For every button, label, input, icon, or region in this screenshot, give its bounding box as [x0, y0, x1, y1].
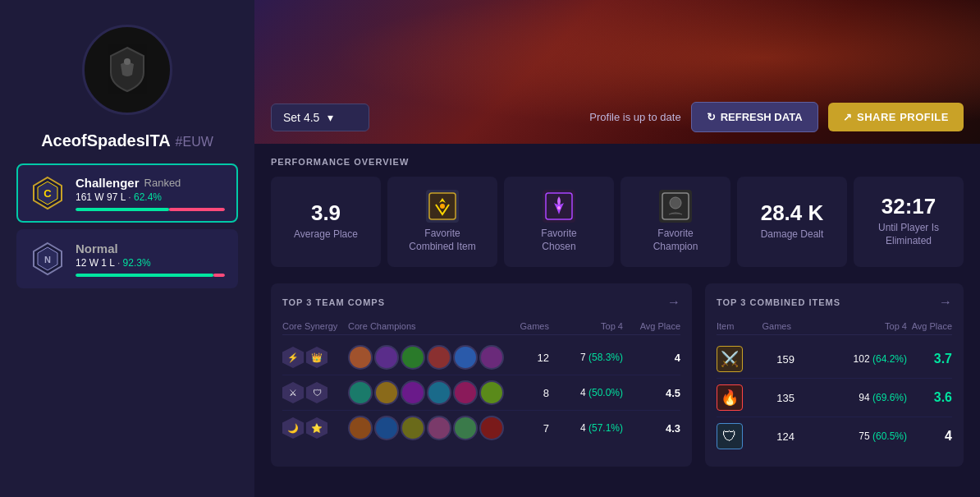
main-content: Set 4.5 ▾ Profile is up to date ↻ REFRES… [254, 0, 980, 497]
item-1-avg: 3.7 [907, 352, 952, 366]
normal-record: 12 W 1 L · 92.3% [76, 257, 225, 269]
challenger-wins: 161 W 97 L [76, 191, 126, 203]
chevron-down-icon: ▾ [327, 111, 333, 124]
fav-chosen-icon [543, 190, 575, 223]
item-icon-2: 🔥 [717, 384, 743, 411]
normal-rank-card[interactable]: N Normal 12 W 1 L · 92.3% [16, 229, 238, 288]
fav-combined-icon [426, 190, 459, 223]
challenger-progress-fill-red [169, 208, 225, 211]
top4-2: 4 (50.0%) [549, 387, 623, 398]
avatar-icon [103, 44, 152, 96]
team-comps-more-icon[interactable]: → [667, 295, 680, 310]
challenger-progress-bar [76, 208, 225, 211]
champ-circle [479, 416, 504, 440]
normal-progress-fill-red [213, 274, 225, 277]
stat-damage-value: 28.4 K [761, 202, 824, 223]
share-icon: ↗ [843, 111, 853, 123]
sidebar: AceofSpadesITA #EUW C Challenger Ranked … [0, 0, 254, 497]
stat-time-label: Until Player IsEliminated [878, 222, 939, 247]
team-comps-section: TOP 3 TEAM COMPS → Core Synergy Core Cha… [271, 283, 692, 467]
refresh-button[interactable]: ↻ REFRESH DATA [691, 102, 818, 132]
champ-circle [348, 380, 373, 405]
champ-circle [401, 416, 425, 440]
normal-wr: 92.3% [123, 257, 151, 269]
table-row: ⚔ 🛡 8 [282, 375, 680, 411]
challenger-rank-name: Challenger [76, 176, 140, 190]
champ-circle [453, 416, 478, 440]
synergy-1: ⚡ 👑 [282, 347, 348, 368]
avatar [82, 25, 172, 115]
games-2: 8 [504, 387, 549, 399]
champ-circle [374, 416, 399, 440]
champ-circle [479, 345, 504, 370]
stat-avg-label: Average Place [294, 228, 358, 242]
bottom-row: TOP 3 TEAM COMPS → Core Synergy Core Cha… [271, 283, 964, 467]
th-item-games: Games [746, 321, 791, 331]
challenger-rank-type: Ranked [144, 177, 181, 189]
champ-circle [479, 380, 504, 405]
svg-point-12 [670, 197, 681, 209]
challenger-rank-card[interactable]: C Challenger Ranked 161 W 97 L · 62.4% [16, 163, 238, 223]
username: AceofSpadesITA [41, 131, 170, 150]
champ-circle [401, 380, 425, 405]
th-top4: Top 4 [549, 321, 623, 331]
hero-banner: Set 4.5 ▾ Profile is up to date ↻ REFRES… [254, 0, 980, 144]
team-comps-table-header: Core Synergy Core Champions Games Top 4 … [282, 318, 680, 335]
item-1-top4: 102 (64.2%) [795, 353, 907, 365]
stat-avg-value: 3.9 [311, 202, 341, 223]
username-line: AceofSpadesITA #EUW [41, 131, 213, 150]
th-core-champs: Core Champions [348, 321, 504, 331]
normal-rank-name: Normal [76, 242, 118, 255]
share-button[interactable]: ↗ SHARE PROFILE [828, 103, 964, 131]
stat-fav-combined: FavoriteCombined Item [387, 177, 497, 267]
synergy-hex-icon: ⚔ [282, 382, 304, 403]
th-avg-place: Avg Place [623, 321, 680, 331]
list-item: 🔥 135 94 (69.6%) 3.6 [717, 379, 952, 417]
stat-fav-combined-label: FavoriteCombined Item [409, 228, 475, 253]
list-item: ⚔️ 159 102 (64.2%) 3.7 [717, 340, 952, 379]
challenger-progress-fill [76, 208, 169, 211]
svg-point-10 [557, 206, 561, 209]
th-core-synergy: Core Synergy [282, 321, 348, 331]
banner-controls: Set 4.5 ▾ Profile is up to date ↻ REFRES… [271, 102, 964, 132]
synergy-hex-icon: 👑 [306, 347, 327, 368]
champs-2 [348, 380, 504, 405]
team-comps-header: TOP 3 TEAM COMPS → [282, 295, 680, 310]
synergy-2: ⚔ 🛡 [282, 382, 348, 403]
item-1-games: 159 [749, 353, 795, 366]
champ-circle [374, 380, 399, 405]
set-selector[interactable]: Set 4.5 ▾ [271, 104, 369, 131]
games-1: 12 [504, 352, 549, 364]
stat-time-value: 32:17 [882, 196, 936, 217]
champ-circle [427, 345, 451, 370]
stat-fav-chosen-label: FavoriteChosen [541, 228, 576, 253]
normal-wins: 12 W 1 L [76, 257, 115, 269]
th-item-avg: Avg Place [907, 321, 952, 331]
combined-items-title: TOP 3 COMBINED ITEMS [717, 297, 840, 307]
stat-time: 32:17 Until Player IsEliminated [854, 177, 964, 267]
avg-2: 4.5 [623, 387, 680, 399]
profile-status: Profile is up to date [589, 111, 680, 123]
combined-items-section: TOP 3 COMBINED ITEMS → Item Games Top 4 … [705, 283, 964, 467]
normal-progress-fill [76, 274, 213, 277]
combined-items-more-icon[interactable]: → [939, 295, 952, 310]
champ-circle [374, 345, 399, 370]
team-comps-title: TOP 3 TEAM COMPS [282, 297, 385, 307]
svg-text:N: N [44, 255, 51, 265]
server-tag: #EUW [176, 135, 213, 150]
item-2-avg: 3.6 [907, 390, 952, 405]
svg-text:C: C [44, 187, 52, 200]
fav-champ-icon [659, 190, 692, 223]
item-3-top4: 75 (60.5%) [795, 430, 907, 442]
th-item-top4: Top 4 [791, 321, 907, 331]
th-item: Item [717, 321, 746, 331]
stat-avg-place: 3.9 Average Place [271, 177, 381, 267]
refresh-label: REFRESH DATA [721, 111, 803, 123]
stat-fav-champ-label: FavoriteChampion [653, 228, 698, 253]
stats-row: 3.9 Average Place FavoriteCombined Item [271, 177, 964, 267]
synergy-3: 🌙 ⭐ [282, 417, 348, 439]
synergy-hex-icon: ⚡ [282, 347, 304, 368]
combined-items-header: TOP 3 COMBINED ITEMS → [717, 295, 952, 310]
challenger-icon: C [30, 175, 66, 211]
normal-icon: N [30, 241, 66, 277]
